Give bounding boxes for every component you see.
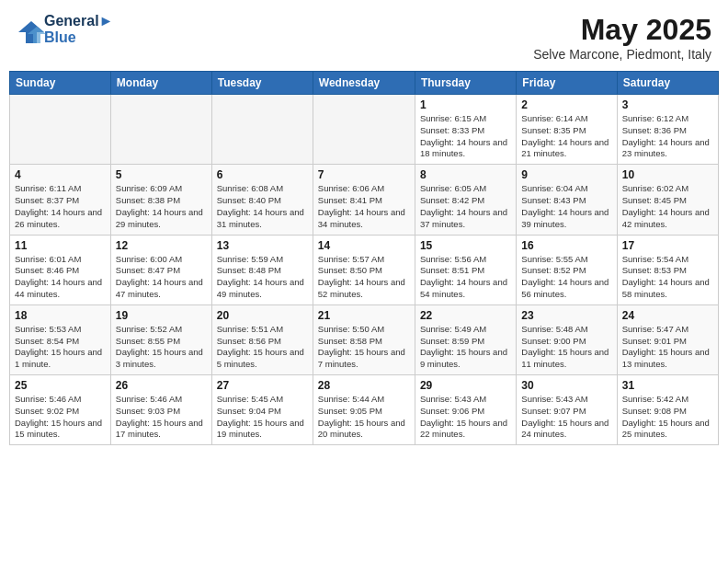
day-content: Sunrise: 5:46 AMSunset: 9:03 PMDaylight:… [116, 394, 207, 441]
day-number: 8 [420, 168, 511, 181]
calendar-cell: 21Sunrise: 5:50 AMSunset: 8:58 PMDayligh… [313, 304, 415, 374]
day-content: Sunrise: 6:02 AMSunset: 8:45 PMDaylight:… [622, 183, 713, 230]
day-number: 20 [217, 309, 308, 322]
calendar-cell: 31Sunrise: 5:42 AMSunset: 9:08 PMDayligh… [617, 375, 718, 445]
day-header-saturday: Saturday [617, 72, 718, 95]
calendar-cell: 28Sunrise: 5:44 AMSunset: 9:05 PMDayligh… [313, 375, 415, 445]
calendar-cell: 6Sunrise: 6:08 AMSunset: 8:40 PMDaylight… [211, 165, 313, 235]
calendar-cell: 1Sunrise: 6:15 AMSunset: 8:33 PMDaylight… [415, 95, 516, 165]
day-content: Sunrise: 6:05 AMSunset: 8:42 PMDaylight:… [420, 183, 511, 230]
day-number: 4 [15, 168, 106, 181]
day-content: Sunrise: 6:00 AMSunset: 8:47 PMDaylight:… [116, 254, 207, 301]
day-number: 9 [521, 168, 611, 181]
calendar-cell: 27Sunrise: 5:45 AMSunset: 9:04 PMDayligh… [211, 375, 313, 445]
day-number: 24 [622, 309, 713, 322]
day-content: Sunrise: 6:14 AMSunset: 8:35 PMDaylight:… [521, 113, 611, 160]
day-content: Sunrise: 5:44 AMSunset: 9:05 PMDaylight:… [318, 394, 410, 441]
calendar-cell: 17Sunrise: 5:54 AMSunset: 8:53 PMDayligh… [617, 235, 718, 304]
day-header-sunday: Sunday [10, 72, 111, 95]
day-content: Sunrise: 5:57 AMSunset: 8:50 PMDaylight:… [318, 254, 410, 301]
day-number: 5 [116, 168, 207, 181]
day-content: Sunrise: 6:04 AMSunset: 8:43 PMDaylight:… [521, 183, 611, 230]
day-number: 6 [217, 168, 308, 181]
calendar-week-2: 4Sunrise: 6:11 AMSunset: 8:37 PMDaylight… [10, 165, 719, 235]
day-content: Sunrise: 5:43 AMSunset: 9:06 PMDaylight:… [420, 394, 511, 441]
day-header-monday: Monday [110, 72, 211, 95]
day-number: 10 [622, 168, 713, 181]
calendar-cell: 30Sunrise: 5:43 AMSunset: 9:07 PMDayligh… [517, 375, 617, 445]
calendar-week-4: 18Sunrise: 5:53 AMSunset: 8:54 PMDayligh… [10, 304, 719, 374]
day-content: Sunrise: 5:45 AMSunset: 9:04 PMDaylight:… [217, 394, 308, 441]
day-content: Sunrise: 6:15 AMSunset: 8:33 PMDaylight:… [420, 113, 511, 160]
calendar-cell: 25Sunrise: 5:46 AMSunset: 9:02 PMDayligh… [10, 375, 111, 445]
day-content: Sunrise: 5:43 AMSunset: 9:07 PMDaylight:… [521, 394, 611, 441]
day-number: 14 [318, 239, 410, 252]
calendar-cell: 19Sunrise: 5:52 AMSunset: 8:55 PMDayligh… [110, 304, 211, 374]
calendar-cell: 9Sunrise: 6:04 AMSunset: 8:43 PMDaylight… [517, 165, 617, 235]
calendar-cell: 10Sunrise: 6:02 AMSunset: 8:45 PMDayligh… [617, 165, 718, 235]
calendar-cell: 13Sunrise: 5:59 AMSunset: 8:48 PMDayligh… [211, 235, 313, 304]
day-number: 31 [622, 379, 713, 392]
day-content: Sunrise: 5:59 AMSunset: 8:48 PMDaylight:… [217, 254, 308, 301]
day-number: 3 [622, 98, 713, 111]
day-content: Sunrise: 5:49 AMSunset: 8:59 PMDaylight:… [420, 324, 511, 371]
day-content: Sunrise: 6:09 AMSunset: 8:38 PMDaylight:… [116, 183, 207, 230]
calendar-cell: 18Sunrise: 5:53 AMSunset: 8:54 PMDayligh… [10, 304, 111, 374]
logo-icon [17, 19, 42, 40]
calendar-cell: 29Sunrise: 5:43 AMSunset: 9:06 PMDayligh… [415, 375, 516, 445]
calendar-cell [10, 95, 111, 165]
day-number: 7 [318, 168, 410, 181]
day-content: Sunrise: 5:55 AMSunset: 8:52 PMDaylight:… [521, 254, 611, 301]
location-title: Selve Marcone, Piedmont, Italy [533, 47, 711, 62]
calendar-cell [211, 95, 313, 165]
day-content: Sunrise: 5:52 AMSunset: 8:55 PMDaylight:… [116, 324, 207, 371]
day-header-tuesday: Tuesday [211, 72, 313, 95]
day-content: Sunrise: 5:56 AMSunset: 8:51 PMDaylight:… [420, 254, 511, 301]
day-content: Sunrise: 6:06 AMSunset: 8:41 PMDaylight:… [318, 183, 410, 230]
calendar-cell: 5Sunrise: 6:09 AMSunset: 8:38 PMDaylight… [110, 165, 211, 235]
calendar-cell: 7Sunrise: 6:06 AMSunset: 8:41 PMDaylight… [313, 165, 415, 235]
day-number: 13 [217, 239, 308, 252]
day-number: 27 [217, 379, 308, 392]
day-number: 2 [521, 98, 611, 111]
calendar-cell: 14Sunrise: 5:57 AMSunset: 8:50 PMDayligh… [313, 235, 415, 304]
day-content: Sunrise: 5:54 AMSunset: 8:53 PMDaylight:… [622, 254, 713, 301]
calendar-cell: 8Sunrise: 6:05 AMSunset: 8:42 PMDaylight… [415, 165, 516, 235]
calendar-cell: 11Sunrise: 6:01 AMSunset: 8:46 PMDayligh… [10, 235, 111, 304]
calendar-week-5: 25Sunrise: 5:46 AMSunset: 9:02 PMDayligh… [10, 375, 719, 445]
calendar-cell: 16Sunrise: 5:55 AMSunset: 8:52 PMDayligh… [517, 235, 617, 304]
page-header: General► Blue May 2025 Selve Marcone, Pi… [9, 9, 719, 65]
day-header-friday: Friday [517, 72, 617, 95]
calendar-week-3: 11Sunrise: 6:01 AMSunset: 8:46 PMDayligh… [10, 235, 719, 304]
day-content: Sunrise: 5:53 AMSunset: 8:54 PMDaylight:… [15, 324, 106, 371]
day-number: 26 [116, 379, 207, 392]
day-number: 11 [15, 239, 106, 252]
day-content: Sunrise: 6:08 AMSunset: 8:40 PMDaylight:… [217, 183, 308, 230]
calendar-cell: 2Sunrise: 6:14 AMSunset: 8:35 PMDaylight… [517, 95, 617, 165]
calendar-cell: 20Sunrise: 5:51 AMSunset: 8:56 PMDayligh… [211, 304, 313, 374]
calendar-header-row: SundayMondayTuesdayWednesdayThursdayFrid… [10, 72, 719, 95]
day-number: 15 [420, 239, 511, 252]
day-content: Sunrise: 6:01 AMSunset: 8:46 PMDaylight:… [15, 254, 106, 301]
day-number: 23 [521, 309, 611, 322]
day-number: 17 [622, 239, 713, 252]
calendar-cell: 23Sunrise: 5:48 AMSunset: 9:00 PMDayligh… [517, 304, 617, 374]
day-content: Sunrise: 5:50 AMSunset: 8:58 PMDaylight:… [318, 324, 410, 371]
day-content: Sunrise: 5:51 AMSunset: 8:56 PMDaylight:… [217, 324, 308, 371]
day-number: 12 [116, 239, 207, 252]
day-header-thursday: Thursday [415, 72, 516, 95]
day-content: Sunrise: 6:12 AMSunset: 8:36 PMDaylight:… [622, 113, 713, 160]
day-number: 18 [15, 309, 106, 322]
day-number: 25 [15, 379, 106, 392]
calendar-cell [313, 95, 415, 165]
day-number: 21 [318, 309, 410, 322]
day-content: Sunrise: 5:42 AMSunset: 9:08 PMDaylight:… [622, 394, 713, 441]
day-number: 16 [521, 239, 611, 252]
calendar-cell: 3Sunrise: 6:12 AMSunset: 8:36 PMDaylight… [617, 95, 718, 165]
day-number: 19 [116, 309, 207, 322]
day-number: 30 [521, 379, 611, 392]
day-number: 1 [420, 98, 511, 111]
calendar-table: SundayMondayTuesdayWednesdayThursdayFrid… [9, 71, 719, 445]
month-title: May 2025 [533, 13, 711, 47]
day-content: Sunrise: 5:48 AMSunset: 9:00 PMDaylight:… [521, 324, 611, 371]
